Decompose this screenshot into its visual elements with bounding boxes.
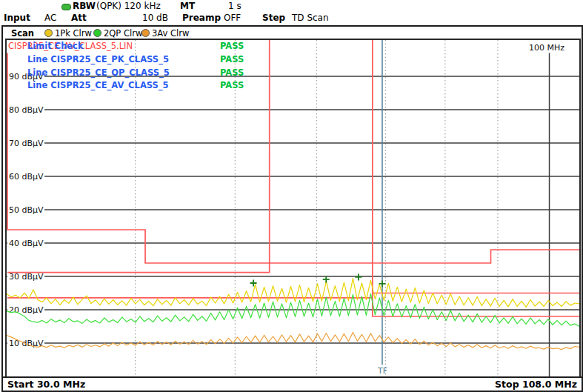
limit-row-qp-status: PASS xyxy=(220,67,244,78)
ytick-label: 40 dBµV xyxy=(9,239,44,248)
preamp-label[interactable]: Preamp xyxy=(182,13,221,23)
trace2-label: 2QP Clrw xyxy=(104,28,142,39)
trace-legend-bar: Scan 1Pk Clrw 2QP Clrw 3Av Clrw xyxy=(3,27,582,40)
rbw-status-led-icon xyxy=(61,4,71,10)
ytick-label: 20 dBµV xyxy=(9,305,44,315)
frequency-range-bar: Start 30.0 MHz Stop 108.0 MHz xyxy=(3,376,582,391)
meas-time-label[interactable]: MT xyxy=(180,1,195,11)
ytick-label: 50 dBµV xyxy=(9,205,44,215)
trace1-label: 1Pk Clrw xyxy=(55,28,92,39)
meas-time-value[interactable]: 1 s xyxy=(228,1,241,11)
limit-row-av-status: PASS xyxy=(220,80,244,90)
limit-line xyxy=(373,40,579,316)
ytick-label: 80 dBµV xyxy=(9,105,44,115)
settings-header: RBW (QPK) 120 kHz MT 1 s Input AC Att 10… xyxy=(0,0,583,25)
trace1-color-dot-icon xyxy=(44,29,53,37)
peak-cross-marker xyxy=(323,276,330,283)
trace3-color-dot-icon xyxy=(141,29,150,37)
rbw-label[interactable]: RBW xyxy=(73,1,96,11)
start-frequency: Start 30.0 MHz xyxy=(7,379,85,390)
settings-row-1: RBW (QPK) 120 kHz MT 1 s xyxy=(0,1,583,13)
limit-row-av-name: Line CISPR25_CE_AV_CLASS_5 xyxy=(27,80,169,90)
att-label[interactable]: Att xyxy=(71,13,87,23)
legend-trace-3av[interactable]: 3Av Clrw xyxy=(141,28,189,39)
tf-marker-label: TF xyxy=(377,366,387,376)
limit-row-pk-name: Line CISPR25_CE_PK_CLASS_5 xyxy=(27,54,169,64)
ytick-label: 70 dBµV xyxy=(9,139,44,148)
ytick-label: 30 dBµV xyxy=(9,272,44,282)
limit-row-pk-status: PASS xyxy=(220,54,244,64)
preamp-value[interactable]: OFF xyxy=(224,13,241,23)
trace3-label: 3Av Clrw xyxy=(152,28,189,39)
step-label[interactable]: Step xyxy=(262,13,285,23)
settings-row-2: Input AC Att 10 dB Preamp OFF Step TD Sc… xyxy=(0,13,583,24)
att-value[interactable]: 10 dB xyxy=(142,13,168,23)
trace2-color-dot-icon xyxy=(93,29,101,37)
emc-scan-screen: { "header": { "rbw_label": "RBW", "rbw_v… xyxy=(0,0,583,392)
legend-trace-2qp[interactable]: 2QP Clrw xyxy=(93,28,142,39)
spectrum-chart: 90 dBµV80 dBµV70 dBµV60 dBµV50 dBµV40 dB… xyxy=(7,40,579,376)
marker-freq-label: 100 MHz xyxy=(529,43,564,53)
input-value[interactable]: AC xyxy=(44,13,56,23)
limit-file-status: PASS xyxy=(220,41,244,51)
input-label[interactable]: Input xyxy=(4,13,30,23)
rbw-value[interactable]: (QPK) 120 kHz xyxy=(96,1,161,11)
limit-check-title: Limit Check xyxy=(27,41,84,51)
scan-title: Scan xyxy=(11,28,34,39)
trace-3av xyxy=(7,333,579,350)
limit-row-qp-name: Line CISPR25_CE_QP_CLASS_5 xyxy=(27,67,170,78)
legend-trace-1pk[interactable]: 1Pk Clrw xyxy=(44,28,92,39)
stop-frequency: Stop 108.0 MHz xyxy=(495,379,577,390)
spectrum-plot-area[interactable]: 90 dBµV80 dBµV70 dBµV60 dBµV50 dBµV40 dB… xyxy=(7,40,579,376)
ytick-label: 60 dBµV xyxy=(9,172,44,182)
scan-window: Scan 1Pk Clrw 2QP Clrw 3Av Clrw 90 dBµV8… xyxy=(1,25,583,392)
peak-cross-marker xyxy=(355,273,362,280)
step-value[interactable]: TD Scan xyxy=(292,13,329,23)
